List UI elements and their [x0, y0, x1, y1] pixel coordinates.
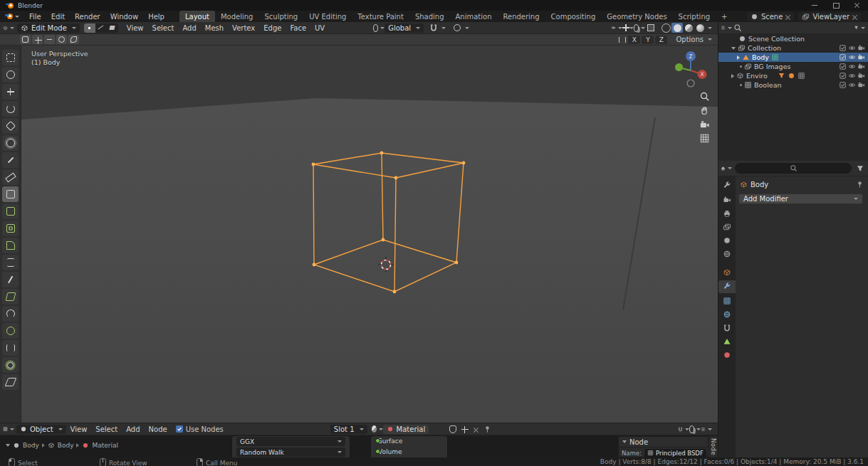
- outliner-filter-button[interactable]: [854, 23, 865, 33]
- distribution-dropdown[interactable]: GGX: [236, 437, 345, 446]
- surface-socket-icon[interactable]: [375, 438, 380, 443]
- tab-scripting[interactable]: Scripting: [673, 11, 716, 22]
- editor-type-button[interactable]: [3, 23, 14, 33]
- menu-help[interactable]: Help: [143, 11, 169, 22]
- slot-dropdown[interactable]: Slot 1: [330, 425, 367, 434]
- snap-toggle-button[interactable]: [428, 23, 439, 33]
- hide-eye-icon[interactable]: [848, 44, 856, 52]
- properties-search-input[interactable]: [735, 163, 852, 174]
- tab-render-properties[interactable]: [718, 194, 736, 206]
- hide-eye-icon[interactable]: [848, 72, 856, 80]
- shader-node-area[interactable]: Body Body Material GGX Random Walk Surfa…: [0, 435, 718, 457]
- gizmo-y-axis[interactable]: [675, 63, 683, 71]
- scale-tool[interactable]: [2, 118, 19, 134]
- outliner-row-body[interactable]: Body: [718, 53, 868, 62]
- menu-node[interactable]: Node: [145, 425, 172, 433]
- properties-filter-button[interactable]: [854, 164, 866, 174]
- menu-uv[interactable]: UV: [310, 24, 329, 32]
- orientation-dropdown[interactable]: Global: [385, 23, 424, 33]
- material-name-field[interactable]: Material: [383, 425, 429, 434]
- menu-edit[interactable]: Edit: [46, 11, 70, 22]
- tab-output-properties[interactable]: [718, 207, 736, 220]
- transform-tool[interactable]: [2, 135, 19, 151]
- tab-modeling[interactable]: Modeling: [215, 11, 259, 22]
- select-box-tool[interactable]: [2, 50, 19, 65]
- tab-geometry-nodes[interactable]: Geometry Nodes: [601, 11, 672, 22]
- bevel-tool[interactable]: [2, 238, 19, 253]
- surface-socket-row[interactable]: Surface: [378, 436, 444, 445]
- breadcrumb-item[interactable]: Material: [92, 442, 118, 449]
- smooth-tool[interactable]: [2, 323, 19, 339]
- node-name-input[interactable]: Principled BSDF: [644, 449, 706, 457]
- menu-window[interactable]: Window: [105, 11, 143, 22]
- menu-select[interactable]: Select: [91, 425, 122, 433]
- menu-view[interactable]: View: [66, 425, 92, 433]
- visibility-dropdown-button[interactable]: [611, 23, 622, 33]
- face-select-button[interactable]: [107, 23, 118, 33]
- volume-socket-icon[interactable]: [375, 449, 380, 454]
- tab-modifier-properties[interactable]: [718, 280, 736, 293]
- node-snap-button[interactable]: [678, 424, 689, 434]
- tab-view-layer-properties[interactable]: [718, 221, 736, 233]
- mirror-x-toggle[interactable]: X: [628, 36, 640, 44]
- checkbox-icon[interactable]: [839, 44, 847, 52]
- blender-menu-button[interactable]: [0, 11, 24, 22]
- poly-build-tool[interactable]: [2, 289, 19, 305]
- shading-wireframe-button[interactable]: [660, 23, 671, 33]
- expand-icon[interactable]: [731, 47, 736, 50]
- tab-animation[interactable]: Animation: [450, 11, 498, 22]
- edge-select-button[interactable]: [95, 23, 107, 33]
- proportional-falloff-chevron[interactable]: [465, 27, 469, 29]
- checkbox-icon[interactable]: [839, 63, 847, 70]
- spin-tool[interactable]: [2, 306, 19, 322]
- xray-toggle-button[interactable]: [645, 23, 657, 33]
- material-output-node[interactable]: Surface Volume Displacement: [370, 435, 448, 457]
- outliner-search-button[interactable]: [732, 23, 743, 33]
- hide-eye-icon[interactable]: [848, 53, 856, 61]
- inset-faces-tool[interactable]: [2, 221, 19, 236]
- tab-constraint-properties[interactable]: [718, 322, 736, 334]
- outliner-row-collection[interactable]: Collection: [718, 43, 868, 53]
- toggle-perspective-button[interactable]: [699, 132, 711, 144]
- shading-solid-button[interactable]: [671, 23, 683, 33]
- menu-face[interactable]: Face: [286, 24, 310, 32]
- snap-options-chevron[interactable]: [441, 27, 446, 29]
- panel-collapse-icon[interactable]: [622, 440, 627, 443]
- sidebar-tab-node[interactable]: Node: [708, 436, 718, 457]
- viewport-3d[interactable]: User Perspective (1) Body Z X: [0, 46, 718, 423]
- select-option-intersect-button[interactable]: [68, 35, 79, 44]
- select-option-extend-button[interactable]: [32, 35, 43, 44]
- menu-add[interactable]: Add: [122, 425, 144, 433]
- node-overlays-button[interactable]: [689, 424, 701, 434]
- add-cube-tool[interactable]: [2, 186, 19, 202]
- node-panel-header[interactable]: Node: [619, 437, 708, 448]
- annotate-tool[interactable]: [2, 152, 19, 168]
- expand-icon[interactable]: [731, 74, 734, 78]
- mode-dropdown[interactable]: Edit Mode: [17, 23, 80, 33]
- view-layer-selector[interactable]: ViewLayer: [798, 12, 861, 21]
- shading-options-chevron[interactable]: [708, 27, 712, 29]
- measure-tool[interactable]: [2, 169, 19, 185]
- mirror-y-toggle[interactable]: Y: [642, 36, 654, 44]
- tab-compositing[interactable]: Compositing: [545, 11, 602, 22]
- transform-pivot-button[interactable]: [373, 23, 385, 33]
- camera-view-button[interactable]: [699, 119, 711, 131]
- pin-material-button[interactable]: [481, 424, 493, 434]
- disable-render-icon[interactable]: [857, 81, 865, 89]
- rotate-tool[interactable]: [2, 101, 19, 117]
- tab-physics-properties[interactable]: [718, 308, 736, 321]
- scene-selector[interactable]: Scene: [747, 12, 795, 21]
- menu-select[interactable]: Select: [148, 24, 179, 32]
- volume-socket-row[interactable]: Volume: [378, 447, 444, 456]
- expand-icon[interactable]: [737, 55, 740, 60]
- outliner-editor-type-button[interactable]: [721, 23, 732, 33]
- shear-tool[interactable]: [2, 374, 19, 390]
- extrude-region-tool[interactable]: [2, 203, 19, 219]
- select-option-subtract-button[interactable]: [44, 35, 55, 44]
- tab-layout[interactable]: Layout: [179, 11, 215, 22]
- add-workspace-button[interactable]: +: [716, 11, 733, 22]
- pin-icon[interactable]: [856, 181, 864, 189]
- fake-user-button[interactable]: [447, 424, 459, 434]
- add-modifier-button[interactable]: Add Modifier: [738, 194, 863, 204]
- show-overlays-button[interactable]: [634, 23, 645, 33]
